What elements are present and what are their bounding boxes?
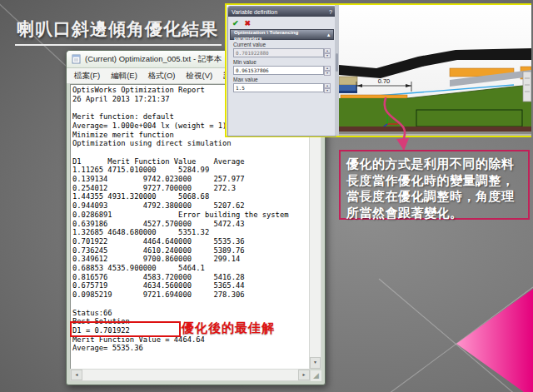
section-label: Optimization \ Tolerancing parameters [234, 29, 327, 41]
horizontal-scrollbar[interactable]: ◄ ► [70, 369, 311, 381]
cad-orange-strip [341, 95, 407, 98]
current-value-input[interactable] [233, 48, 324, 57]
cad-tan-part [339, 77, 357, 85]
ok-check-icon[interactable]: ✔ [232, 19, 239, 27]
field-max-value: Max value ▴ ▾ [233, 77, 331, 92]
spinner: ▴ ▾ [324, 48, 331, 57]
spinner-down-icon[interactable]: ▾ [324, 71, 331, 76]
scroll-down-icon[interactable]: ▼ [310, 357, 321, 369]
section-header[interactable]: Optimization \ Tolerancing parameters ▴ [230, 29, 334, 40]
dialog-titlebar[interactable]: Variable definition ? [228, 7, 336, 17]
splitter-handle-icon [336, 53, 338, 72]
field-current-value: Current value ▴ ▾ [233, 42, 331, 57]
field-min-value: Min value ▴ ▾ [233, 59, 331, 75]
min-value-input[interactable] [233, 66, 324, 75]
collapse-icon[interactable]: ▴ [327, 32, 330, 37]
mini-palette [523, 72, 531, 102]
menu-item-view[interactable]: 檢視(V) [182, 70, 218, 82]
field-label: Min value [233, 59, 331, 65]
field-label: Current value [233, 42, 331, 47]
slide: 喇叭口斜邊傾角優化結果 (Current) Optimization_005.t… [0, 0, 533, 392]
notepad-icon [72, 54, 81, 64]
variable-definition-dialog: Variable definition ? ✔ ✖ Optimization \… [227, 6, 336, 136]
max-value-input[interactable] [233, 83, 324, 92]
dialog-title: Variable definition [232, 9, 277, 15]
spinner: ▴ ▾ [324, 66, 331, 75]
best-solution-highlight-box [70, 321, 181, 337]
spinner: ▴ ▾ [324, 83, 331, 92]
spinner-down-icon[interactable]: ▾ [324, 88, 331, 93]
dialog-toolbar: ✔ ✖ [228, 17, 336, 28]
field-label: Max value [233, 77, 331, 82]
best-solution-annotation: 優化後的最佳解 [182, 320, 275, 336]
dimension-label: 0.70 [378, 77, 391, 85]
window-title: (Current) Optimization_005.txt - 記事本 [85, 54, 222, 65]
cad-screenshot: Variable definition ? ✔ ✖ Optimization \… [225, 3, 531, 137]
spinner-down-icon[interactable]: ▾ [324, 53, 331, 58]
cad-viewport: 0.70 [339, 5, 531, 136]
note-text: 優化的方式是利用不同的除料長度當作優化時的變量調整，當長度在優化調整時，角度理所… [346, 156, 515, 220]
scroll-left-icon[interactable]: ◄ [71, 370, 82, 380]
menu-item-format[interactable]: 格式(O) [143, 70, 181, 82]
menu-item-edit[interactable]: 編輯(E) [106, 70, 142, 82]
resize-grip[interactable]: ◢ [311, 370, 321, 381]
scroll-right-icon[interactable]: ► [298, 370, 310, 380]
cancel-x-icon[interactable]: ✖ [245, 19, 252, 27]
help-button[interactable]: ? [329, 9, 332, 15]
page-title: 喇叭口斜邊傾角優化結果 [15, 17, 222, 46]
note-box: 優化的方式是利用不同的除料長度當作優化時的變量調整，當長度在優化調整時，角度理所… [339, 150, 530, 220]
menu-item-file[interactable]: 檔案(F) [69, 70, 105, 82]
cad-brown-strip [339, 127, 531, 131]
